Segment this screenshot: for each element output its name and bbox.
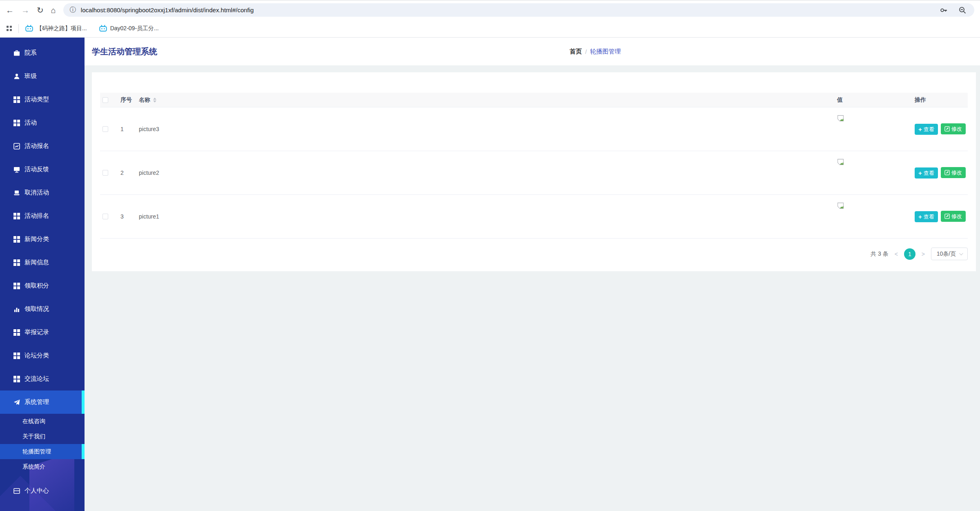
sidebar-item-label: 领取情况 <box>24 305 49 313</box>
breadcrumb-home-link[interactable]: 首页 <box>570 48 582 56</box>
sidebar-item-label: 论坛分类 <box>24 352 49 359</box>
row-actions: + 查看 修改 <box>911 211 968 222</box>
view-button[interactable]: + 查看 <box>915 167 938 179</box>
row-value <box>833 195 911 210</box>
edit-button[interactable]: 修改 <box>941 167 966 178</box>
edit-icon <box>944 170 950 175</box>
sidebar-item-label: 个人中心 <box>24 487 49 495</box>
breadcrumb-current-link[interactable]: 轮播图管理 <box>590 48 621 56</box>
sidebar-subitem-label: 在线咨询 <box>22 418 45 425</box>
column-header-actions: 操作 <box>911 96 968 104</box>
sidebar-item-label: 活动类型 <box>24 96 49 103</box>
view-button[interactable]: + 查看 <box>915 211 938 222</box>
password-key-icon[interactable] <box>939 6 948 15</box>
sidebar-subitem-label: 关于我们 <box>22 433 45 440</box>
view-button[interactable]: + 查看 <box>915 124 938 135</box>
page-title: 学生活动管理系统 <box>92 46 157 57</box>
refresh-icon[interactable]: ↻ <box>37 6 44 14</box>
sidebar-item-activity-ranking[interactable]: 活动排名 <box>0 204 85 228</box>
bookmark-label: Day02-09-员工分... <box>110 25 159 32</box>
apps-grid-icon[interactable] <box>7 26 12 31</box>
sidebar-item-personal-center[interactable]: 个人中心 <box>0 479 85 502</box>
back-icon[interactable]: ← <box>6 6 14 14</box>
row-actions: + 查看 修改 <box>911 167 968 179</box>
edit-icon <box>944 126 950 132</box>
sidebar-item-cancel-activity[interactable]: 取消活动 <box>0 181 85 204</box>
address-bar-icons <box>939 6 968 15</box>
sidebar-item-faculty[interactable]: 院系 <box>0 41 85 65</box>
sidebar-subitem-system-intro[interactable]: 系统简介 <box>0 459 85 474</box>
broken-image-icon <box>837 202 844 209</box>
main-content: 学生活动管理系统 首页 / 轮播图管理 序号 名称 <box>85 38 980 511</box>
sidebar-item-label: 院系 <box>24 49 37 57</box>
forward-icon[interactable]: → <box>21 6 29 14</box>
edit-button[interactable]: 修改 <box>941 211 966 222</box>
table-row: 2 picture2 + 查看 <box>100 151 968 195</box>
select-all-checkbox[interactable] <box>102 97 108 103</box>
row-index: 3 <box>116 213 135 220</box>
sidebar-item-system-management[interactable]: 系统管理 <box>0 391 85 414</box>
page-number-button[interactable]: 1 <box>904 248 915 260</box>
plus-icon: + <box>918 170 922 176</box>
carousel-table: 序号 名称 值 操作 1 picture3 <box>100 93 968 239</box>
grid-icon <box>13 236 20 243</box>
address-bar[interactable]: ⓘ localhost:8080/springboot2oxxj1xf/admi… <box>63 3 974 17</box>
chevron-down-icon <box>959 251 963 255</box>
sidebar-item-label: 活动反馈 <box>24 165 49 173</box>
edit-button[interactable]: 修改 <box>941 123 966 134</box>
sidebar-item-label: 活动报名 <box>24 142 49 150</box>
row-actions: + 查看 修改 <box>911 123 968 135</box>
edit-button-label: 修改 <box>951 125 962 133</box>
row-checkbox[interactable] <box>102 170 108 176</box>
sidebar-item-claim-status[interactable]: 领取情况 <box>0 297 85 321</box>
pagination: 共 3 条 < 1 > 10条/页 <box>100 248 968 260</box>
sidebar-item-activity-type[interactable]: 活动类型 <box>0 88 85 111</box>
bookmarks-separator <box>18 24 19 33</box>
sidebar-item-report-records[interactable]: 举报记录 <box>0 321 85 344</box>
screen: ← → ↻ ⌂ ⓘ localhost:8080/springboot2oxxj… <box>0 0 980 511</box>
bookmarks-bar: 【码神之路】项目... Day02-09-员工分... <box>0 20 980 38</box>
next-page-button[interactable]: > <box>922 251 925 257</box>
sidebar-item-label: 活动 <box>24 119 37 127</box>
browser-toolbar: ← → ↻ ⌂ ⓘ localhost:8080/springboot2oxxj… <box>0 0 980 20</box>
home-icon[interactable]: ⌂ <box>51 6 56 14</box>
sidebar-item-news-info[interactable]: 新闻信息 <box>0 251 85 274</box>
edit-icon <box>944 214 950 219</box>
sidebar-item-class[interactable]: 班级 <box>0 65 85 88</box>
grid-icon <box>13 353 20 359</box>
grid-icon <box>13 259 20 266</box>
page-info-icon[interactable]: ⓘ <box>70 6 76 14</box>
bilibili-icon <box>99 25 107 32</box>
sidebar-item-news-category[interactable]: 新闻分类 <box>0 228 85 251</box>
sidebar-subitem-online-consult[interactable]: 在线咨询 <box>0 414 85 429</box>
grid-icon <box>13 283 20 289</box>
sidebar-subitem-carousel-management[interactable]: 轮播图管理 <box>0 444 85 459</box>
paper-plane-icon <box>13 399 20 406</box>
sidebar-subitem-about-us[interactable]: 关于我们 <box>0 429 85 444</box>
pagination-total: 共 3 条 <box>871 250 889 258</box>
row-index: 2 <box>116 170 135 176</box>
sidebar-item-label: 系统管理 <box>24 398 49 406</box>
bookmark-item[interactable]: Day02-09-员工分... <box>99 25 159 32</box>
sidebar-item-forum[interactable]: 交流论坛 <box>0 367 85 391</box>
sidebar-item-activity-feedback[interactable]: 活动反馈 <box>0 158 85 181</box>
bookmark-item[interactable]: 【码神之路】项目... <box>25 25 87 32</box>
sidebar-subitem-label: 系统简介 <box>22 463 45 471</box>
column-header-value: 值 <box>833 96 911 104</box>
sidebar-item-label: 举报记录 <box>24 328 49 336</box>
sidebar-item-activity[interactable]: 活动 <box>0 111 85 134</box>
prev-page-button[interactable]: < <box>895 251 898 257</box>
row-checkbox[interactable] <box>102 126 108 132</box>
broken-image-icon <box>837 158 844 165</box>
bookmark-label: 【码神之路】项目... <box>36 25 87 32</box>
row-value <box>833 107 911 123</box>
zoom-out-icon[interactable] <box>958 6 967 15</box>
sidebar-item-forum-category[interactable]: 论坛分类 <box>0 344 85 367</box>
url-text[interactable]: localhost:8080/springboot2oxxj1xf/admin/… <box>81 7 254 13</box>
row-checkbox[interactable] <box>102 214 108 219</box>
sort-carets-icon[interactable] <box>153 98 156 103</box>
edit-button-label: 修改 <box>951 213 962 220</box>
sidebar-item-activity-signup[interactable]: 活动报名 <box>0 134 85 158</box>
page-size-select[interactable]: 10条/页 <box>931 248 968 260</box>
sidebar-item-points-claim[interactable]: 领取积分 <box>0 274 85 297</box>
